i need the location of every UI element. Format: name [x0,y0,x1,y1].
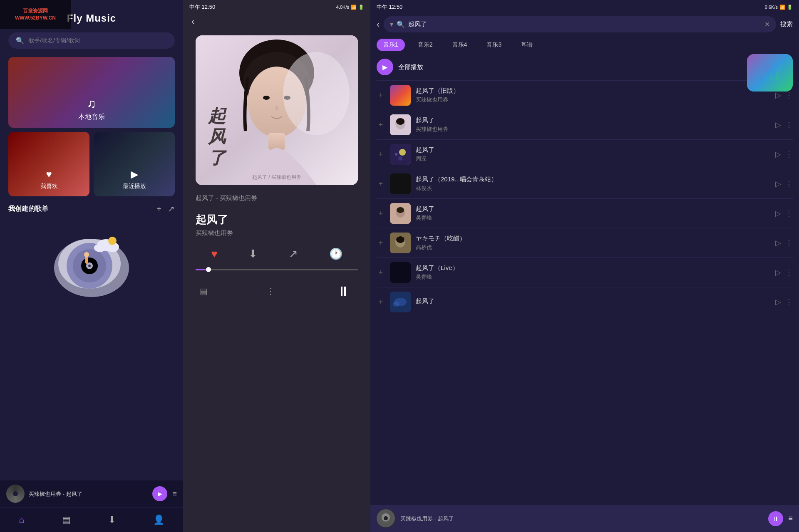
p3-dropdown-icon[interactable]: ▾ [390,20,393,28]
svg-point-34 [397,207,404,213]
search-bar[interactable]: 🔍 歌手/歌名/专辑/歌词 [8,32,175,49]
song-info-line: 起风了 - 买辣椒也用券 [183,189,370,204]
recent-play-banner[interactable]: ▶ 最近播放 [94,132,175,196]
add-icon[interactable]: + [377,209,385,218]
p3-queue-icon[interactable]: ≡ [788,514,793,523]
play-mv-icon[interactable]: ▷ [775,297,781,307]
more-options-icon[interactable]: ⋮ [266,286,275,296]
svg-point-29 [399,149,406,156]
song-meta: 起风了（Live） 吴青峰 [416,264,770,281]
more-icon[interactable]: ⋮ [785,179,793,188]
nav-library[interactable]: ▤ [62,515,71,525]
ai-badge: Ai [747,54,793,92]
more-icon[interactable]: ⋮ [785,150,793,159]
playlist-section-header: 我创建的歌单 + ↗ [0,196,183,218]
more-icon[interactable]: ⋮ [785,209,793,218]
p3-clear-button[interactable]: ✕ [764,20,770,28]
play-mv-icon[interactable]: ▷ [775,150,781,159]
add-icon[interactable]: + [377,150,385,159]
filter-tab-music3[interactable]: 音乐3 [480,39,508,51]
library-icon: ▤ [62,515,71,525]
song-row[interactable]: + 起风了（2019...唱会青岛站） 林俊杰 ▷ ⋮ [370,169,799,198]
section-actions: + ↗ [156,204,175,214]
album-face: 起 风 了 起风了 / 买辣椒也用券 [196,35,358,185]
song-list: + 起风了（旧版） 买辣椒也用券 ▷ ⋮ + 起风 [370,81,799,532]
panel-home: Fly Music 🔍 歌手/歌名/专辑/歌词 ♫ 本地音乐 ♥ 我喜欢 ▶ 最… [0,0,183,532]
song-actions: ▷ ⋮ [775,91,793,100]
svg-point-20 [263,96,270,100]
more-icon[interactable]: ⋮ [785,238,793,247]
nav-download[interactable]: ⬇ [108,515,116,525]
add-icon[interactable]: + [377,298,385,307]
play-button[interactable]: ▶ [152,486,167,501]
svg-point-43 [384,516,388,520]
play-mv-icon[interactable]: ▷ [775,268,781,277]
p3-searchbar: ‹ ▾ 🔍 起风了 ✕ 搜索 [370,14,799,37]
add-playlist-icon[interactable]: + [156,204,161,214]
song-row[interactable]: + 起风了 ▷ ⋮ [370,287,799,317]
song-row[interactable]: + ヤキモチ（吃醋） 高桥优 ▷ ⋮ [370,228,799,257]
song-meta: 起风了（旧版） 买辣椒也用券 [416,87,770,104]
p3-search-icon: 🔍 [397,20,405,28]
add-icon[interactable]: + [377,91,385,100]
play-mv-icon[interactable]: ▷ [775,120,781,129]
local-music-banner[interactable]: ♫ 本地音乐 [8,57,175,128]
more-icon[interactable]: ⋮ [785,91,793,100]
add-icon[interactable]: + [377,180,385,188]
nav-profile[interactable]: 👤 [153,515,164,525]
song-artist: 林俊杰 [416,185,770,192]
queue-display-icon[interactable]: ▤ [200,286,208,296]
add-icon[interactable]: + [377,121,385,129]
song-actions: ▷ ⋮ [775,150,793,159]
song-row[interactable]: + 起风了 吴青峰 ▷ ⋮ [370,199,799,228]
more-icon[interactable]: ⋮ [785,120,793,129]
player-header: ‹ [183,14,370,31]
liked-songs-banner[interactable]: ♥ 我喜欢 [8,132,89,196]
progress-area [183,267,370,275]
download-song-icon[interactable]: ⬇ [248,247,258,260]
song-row[interactable]: + 起风了（Live） 吴青峰 ▷ ⋮ [370,258,799,287]
song-row[interactable]: + 起风了 买辣椒也用券 ▷ ⋮ [370,110,799,139]
progress-bar[interactable] [196,269,358,270]
play-circle-icon: ▶ [131,168,138,180]
watermark: 百搜资源网 WWW.52BYW.CN [0,0,71,29]
status-right: 4.0K/s 📶 🔋 [336,5,364,10]
play-all-button[interactable]: ▶ [377,59,393,75]
ai-badge-text: Ai [747,54,793,92]
add-icon[interactable]: + [377,239,385,247]
bottom-nav: ⌂ ▤ ⬇ 👤 [0,507,183,532]
play-mv-icon[interactable]: ▷ [775,209,781,218]
filter-tab-music4[interactable]: 音乐4 [446,39,474,51]
back-button[interactable]: ‹ [191,16,194,27]
p3-search-button[interactable]: 搜索 [780,20,793,28]
more-icon[interactable]: ⋮ [785,297,793,307]
nav-home[interactable]: ⌂ [19,515,24,525]
queue-icon[interactable]: ≡ [172,490,177,498]
heart-icon: ♥ [46,168,52,180]
status-bar: 中午 12:50 4.0K/s 📶 🔋 [183,0,370,14]
clock-icon[interactable]: 🕐 [329,247,342,260]
filter-tab-eryu[interactable]: 耳语 [514,39,539,51]
p3-back-button[interactable]: ‹ [377,19,380,30]
like-icon[interactable]: ♥ [211,247,217,260]
download-icon: ⬇ [108,515,116,525]
filter-tab-music1[interactable]: 音乐1 [377,39,405,51]
p3-search-box[interactable]: ▾ 🔍 起风了 ✕ [384,16,776,32]
share-icon[interactable]: ↗ [289,247,298,260]
song-name: 起风了（旧版） [416,87,770,95]
svg-point-37 [396,236,404,243]
pause-button[interactable]: ⏸ [333,281,354,302]
more-icon[interactable]: ⋮ [785,268,793,277]
add-icon[interactable]: + [377,268,385,277]
liked-label: 我喜欢 [40,183,58,190]
export-icon[interactable]: ↗ [168,204,175,214]
play-mv-icon[interactable]: ▷ [775,91,781,100]
p3-pause-button[interactable]: ⏸ [768,511,783,526]
song-row[interactable]: + 起风了（旧版） 买辣椒也用券 ▷ ⋮ [370,81,799,110]
filter-tab-music2[interactable]: 音乐2 [411,39,439,51]
song-thumbnail [390,292,411,312]
playlist-illustration: ♩ ♪ ♫ [0,218,183,301]
play-mv-icon[interactable]: ▷ [775,238,781,247]
song-row[interactable]: + 起风了 周深 ▷ ⋮ [370,140,799,169]
play-mv-icon[interactable]: ▷ [775,179,781,188]
